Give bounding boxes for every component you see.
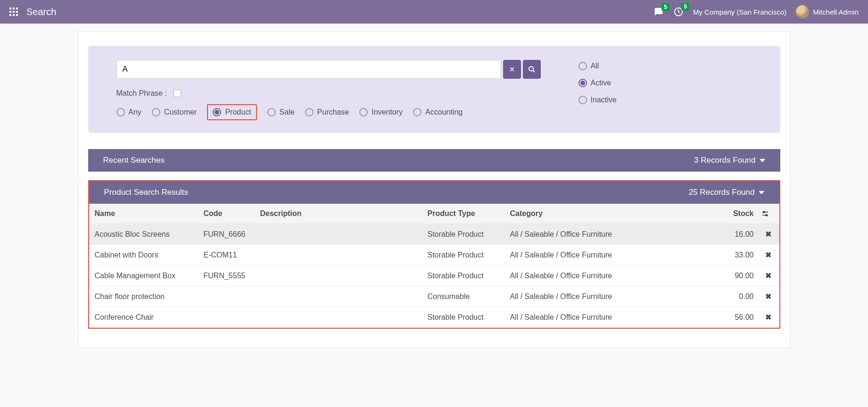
cell-code [200, 286, 256, 307]
delete-row-button[interactable]: ✖ [765, 313, 771, 321]
scope-label: Inventory [372, 108, 403, 116]
clear-button[interactable] [503, 60, 521, 79]
svg-point-1 [529, 66, 533, 71]
delete-row-button[interactable]: ✖ [765, 230, 771, 238]
cell-stock: 33.00 [701, 245, 758, 266]
cell-name: Chair floor protection [89, 286, 200, 307]
svg-point-3 [766, 215, 767, 216]
table-row[interactable]: Acoustic Bloc ScreensFURN_6666Storable P… [89, 224, 779, 245]
radio-icon [579, 62, 587, 70]
col-stock[interactable]: Stock [701, 204, 758, 224]
status-radio-active[interactable]: Active [579, 79, 617, 87]
sliders-icon [761, 210, 769, 217]
cell-product-type: Consumable [424, 286, 506, 307]
messages-badge: 5 [661, 3, 670, 11]
search-icon [528, 66, 536, 73]
scope-label: Purchase [317, 108, 349, 116]
cell-stock: 16.00 [701, 224, 758, 245]
cell-category: All / Saleable / Office Furniture [506, 245, 701, 266]
radio-icon [413, 108, 422, 116]
col-category[interactable]: Category [506, 204, 701, 224]
scope-radio-customer[interactable]: Customer [152, 108, 197, 116]
cell-stock: 0.00 [701, 286, 758, 307]
table-row[interactable]: Conference ChairStorable ProductAll / Sa… [89, 307, 779, 328]
scope-radio-any[interactable]: Any [116, 108, 142, 116]
cell-description [256, 266, 424, 286]
cell-product-type: Storable Product [424, 245, 506, 266]
table-row[interactable]: Cable Management BoxFURN_5555Storable Pr… [89, 266, 779, 286]
cell-description [256, 307, 424, 328]
results-title: Product Search Results [104, 188, 189, 197]
user-menu[interactable]: Mitchell Admin [796, 5, 859, 18]
status-radio-group: AllActiveInactive [579, 60, 617, 116]
scope-radio-inventory[interactable]: Inventory [359, 108, 403, 116]
results-bar[interactable]: Product Search Results 25 Records Found [89, 181, 779, 204]
apps-icon[interactable] [9, 8, 18, 16]
radio-icon [152, 108, 160, 116]
results-count: 25 Records Found [689, 188, 755, 197]
cell-description [256, 286, 424, 307]
cell-category: All / Saleable / Office Furniture [506, 286, 701, 307]
col-description[interactable]: Description [256, 204, 424, 224]
match-phrase-checkbox[interactable] [174, 90, 181, 97]
cell-description [256, 245, 424, 266]
radio-icon [213, 108, 221, 116]
results-table: Name Code Description Product Type Categ… [89, 204, 779, 328]
col-settings[interactable] [758, 204, 779, 224]
company-selector[interactable]: My Company (San Francisco) [693, 8, 786, 16]
close-icon [509, 66, 515, 73]
delete-row-button[interactable]: ✖ [765, 292, 771, 300]
status-label: Inactive [591, 96, 617, 104]
search-button[interactable] [523, 60, 541, 79]
col-code[interactable]: Code [200, 204, 256, 224]
scope-radio-sale[interactable]: Sale [267, 108, 295, 116]
scope-radio-accounting[interactable]: Accounting [413, 108, 463, 116]
svg-point-2 [763, 211, 764, 213]
col-product-type[interactable]: Product Type [424, 204, 506, 224]
cell-code: FURN_5555 [200, 266, 256, 286]
cell-category: All / Saleable / Office Furniture [506, 224, 701, 245]
match-phrase-label: Match Phrase : [116, 89, 167, 98]
status-radio-inactive[interactable]: Inactive [579, 96, 617, 104]
status-radio-all[interactable]: All [579, 62, 617, 70]
scope-label: Product [225, 108, 251, 116]
cell-product-type: Storable Product [424, 307, 506, 328]
recent-searches-title: Recent Searches [103, 156, 165, 165]
scope-radio-group: AnyCustomerProductSalePurchaseInventoryA… [116, 108, 541, 116]
radio-icon [305, 108, 314, 116]
messages-button[interactable]: 5 [653, 7, 664, 17]
status-label: All [591, 62, 599, 70]
scope-label: Any [129, 108, 142, 116]
activities-badge: 5 [681, 3, 689, 10]
cell-category: All / Saleable / Office Furniture [506, 266, 701, 286]
results-block: Product Search Results 25 Records Found … [88, 180, 780, 329]
status-label: Active [591, 79, 612, 87]
col-name[interactable]: Name [89, 204, 200, 224]
search-input[interactable] [116, 60, 501, 79]
cell-stock: 90.00 [701, 266, 758, 286]
cell-description [256, 224, 424, 245]
scope-radio-purchase[interactable]: Purchase [305, 108, 349, 116]
radio-icon [579, 96, 587, 104]
page-title: Search [26, 7, 56, 17]
search-panel: Match Phrase : AnyCustomerProductSalePur… [88, 46, 780, 133]
radio-icon [267, 108, 276, 116]
activities-button[interactable]: 5 [673, 7, 684, 17]
cell-name: Acoustic Bloc Screens [89, 224, 200, 245]
delete-row-button[interactable]: ✖ [765, 251, 771, 259]
radio-icon [359, 108, 368, 116]
avatar [796, 5, 809, 18]
scope-radio-product[interactable]: Product [207, 104, 256, 120]
cell-name: Cabinet with Doors [89, 245, 200, 266]
table-row[interactable]: Chair floor protectionConsumableAll / Sa… [89, 286, 779, 307]
page-content: Match Phrase : AnyCustomerProductSalePur… [78, 31, 790, 348]
scope-label: Sale [280, 108, 295, 116]
delete-row-button[interactable]: ✖ [765, 272, 771, 280]
radio-icon [116, 108, 125, 116]
topbar: Search 5 5 My Company (San Francisco) Mi… [0, 0, 868, 24]
table-row[interactable]: Cabinet with DoorsE-COM11Storable Produc… [89, 245, 779, 266]
cell-name: Conference Chair [89, 307, 200, 328]
recent-searches-bar[interactable]: Recent Searches 3 Records Found [88, 149, 780, 172]
cell-code [200, 307, 256, 328]
cell-category: All / Saleable / Office Furniture [506, 307, 701, 328]
